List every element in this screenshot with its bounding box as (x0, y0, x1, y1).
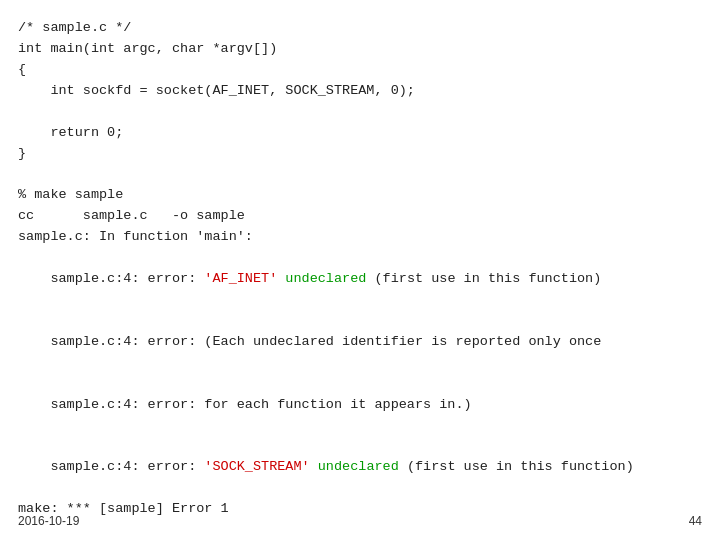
error-prefix-3: sample.c:4: error: for each function it … (50, 397, 471, 412)
error-string-1: 'AF_INET' (204, 271, 277, 286)
error-line-4: sample.c:4: error: 'SOCK_STREAM' undecla… (18, 436, 702, 499)
code-line-11: sample.c: In function 'main': (18, 227, 702, 248)
code-line-1: /* sample.c */ (18, 18, 702, 39)
error-prefix-4: sample.c:4: error: (50, 459, 204, 474)
code-block: /* sample.c */ int main(int argc, char *… (0, 0, 720, 528)
error-suffix-1: (first use in this function) (374, 271, 601, 286)
error-string-4: 'SOCK_STREAM' (204, 459, 309, 474)
code-line-2: int main(int argc, char *argv[]) (18, 39, 702, 60)
error-prefix-2: sample.c:4: error: (Each undeclared iden… (50, 334, 601, 349)
error-suffix-4: (first use in this function) (407, 459, 634, 474)
error-line-1: sample.c:4: error: 'AF_INET' undeclared … (18, 248, 702, 311)
code-line-7: } (18, 144, 702, 165)
footer-date: 2016-10-19 (18, 514, 79, 528)
code-line-4: int sockfd = socket(AF_INET, SOCK_STREAM… (18, 81, 702, 102)
code-line-5 (18, 102, 702, 123)
footer-page: 44 (689, 514, 702, 528)
error-middle-1: undeclared (277, 271, 374, 286)
code-line-3: { (18, 60, 702, 81)
error-line-2: sample.c:4: error: (Each undeclared iden… (18, 311, 702, 374)
error-middle-4: undeclared (310, 459, 407, 474)
footer: 2016-10-19 44 (18, 514, 702, 528)
error-line-3: sample.c:4: error: for each function it … (18, 374, 702, 437)
bullet-section: ・インクルードファイルが足りない。どのファイルをインクルードすればよいのか？ ・… (0, 528, 720, 540)
code-line-10: cc sample.c -o sample (18, 206, 702, 227)
code-line-9: % make sample (18, 185, 702, 206)
code-line-6: return 0; (18, 123, 702, 144)
code-line-8 (18, 164, 702, 185)
error-prefix-1: sample.c:4: error: (50, 271, 204, 286)
